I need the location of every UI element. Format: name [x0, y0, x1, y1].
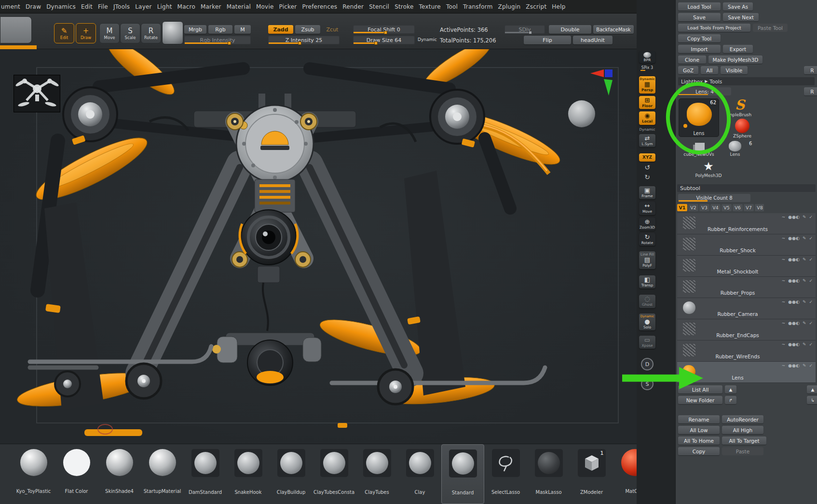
menu-item-texture[interactable]: Texture: [419, 3, 441, 10]
all-low-button[interactable]: All Low: [678, 426, 720, 434]
clipped-r-button[interactable]: R: [804, 66, 817, 74]
paint-icon[interactable]: ~: [782, 215, 786, 219]
goz-all-button[interactable]: All: [701, 66, 718, 74]
subtool-row-icons[interactable]: ~ ●●◐ ✎ ✓: [782, 321, 813, 326]
strip-xyz-button[interactable]: XYZ: [639, 153, 655, 162]
subtool-row-icons[interactable]: ~ ●●◐ ✎ ✓: [782, 236, 813, 241]
lightbox-tools-bar[interactable]: Lightbox ▶ Tools: [678, 77, 815, 85]
load-tools-from-project-button[interactable]: Load Tools From Project: [678, 24, 750, 32]
subtool-row[interactable]: ~ ●●◐ ✎ ✓ Metal_Shockbolt: [677, 256, 816, 277]
strip-move-button[interactable]: ↔ Move: [639, 202, 655, 215]
menu-item-layer[interactable]: Layer: [135, 3, 151, 10]
visibility-icon[interactable]: ✓: [809, 342, 813, 347]
headunit-button[interactable]: headUnit: [573, 36, 613, 44]
pen-icon[interactable]: ✎: [803, 236, 806, 241]
goz-button[interactable]: GoZ: [678, 66, 698, 74]
strip-frame-button[interactable]: ▣ Frame: [639, 186, 655, 199]
paint-icon[interactable]: ~: [782, 278, 786, 283]
sdiv-dots-icon[interactable]: ●●◐: [788, 215, 800, 219]
menu-item-preferences[interactable]: Preferences: [302, 3, 337, 10]
axis-y-arrow[interactable]: [604, 79, 613, 95]
sdiv-slider[interactable]: SDiv: [504, 25, 545, 34]
brush-damstandard[interactable]: DamStandard: [184, 444, 227, 504]
tool-counter-slider[interactable]: Lens: 4: [678, 87, 731, 95]
brush-claytubesconst[interactable]: ClayTubesConsta: [313, 444, 355, 504]
menu-item-tool[interactable]: Tool: [446, 3, 458, 10]
strip-ghost-button[interactable]: ◌ Ghost: [639, 295, 655, 308]
clipped-up-button[interactable]: ▲: [807, 385, 817, 394]
rotate-cw-icon[interactable]: ↻: [644, 174, 650, 181]
pen-icon[interactable]: ✎: [803, 321, 806, 326]
sdiv-dots-icon[interactable]: ●●◐: [788, 278, 800, 283]
rotate-button[interactable]: R Rotate: [141, 23, 161, 43]
paint-icon[interactable]: ~: [782, 236, 786, 241]
material-skinshade4[interactable]: SkinShade4: [98, 444, 141, 504]
material-flat-color[interactable]: Flat Color: [55, 444, 98, 504]
clipped-branch-button[interactable]: ↳: [807, 396, 817, 404]
brush-claybuildup[interactable]: ClayBuildup: [270, 444, 313, 504]
list-all-button[interactable]: List All: [678, 385, 722, 394]
copy-tool-button[interactable]: Copy Tool: [678, 34, 721, 42]
pen-icon[interactable]: ✎: [803, 342, 806, 347]
paint-icon[interactable]: ~: [782, 321, 786, 326]
viewport[interactable]: [0, 49, 637, 444]
brush-masklasso[interactable]: MaskLasso: [527, 444, 570, 504]
new-folder-button[interactable]: New Folder: [678, 396, 722, 404]
pen-icon[interactable]: ✎: [803, 300, 806, 304]
rename-button[interactable]: Rename: [678, 415, 720, 423]
pen-icon[interactable]: ✎: [803, 257, 806, 262]
tool-simplebrush[interactable]: S mpleBrush: [725, 98, 755, 117]
z-intensity-slider[interactable]: Z Intensity 25: [268, 36, 340, 44]
m-button[interactable]: M: [234, 25, 251, 34]
menu-item-help[interactable]: Help: [552, 3, 565, 10]
menu-item-zscript[interactable]: Zscript: [526, 3, 546, 10]
strip-rotate-button[interactable]: ↻ Rotate: [639, 233, 655, 246]
visibility-icon[interactable]: ✓: [809, 363, 813, 368]
menu-item-transform[interactable]: Transform: [463, 3, 493, 10]
menu-item-movie[interactable]: Movie: [256, 3, 274, 10]
menu-item-file[interactable]: File: [98, 3, 108, 10]
visibility-icon[interactable]: ✓: [809, 236, 813, 241]
menu-item-dynamics[interactable]: Dynamics: [46, 3, 76, 10]
tab-v2[interactable]: V2: [688, 204, 698, 211]
strip-bpr-button[interactable]: BPR: [639, 51, 655, 63]
brush-snakehook[interactable]: SnakeHook: [227, 444, 270, 504]
sdiv-dots-icon[interactable]: ●●◐: [788, 363, 800, 368]
visible-count-slider[interactable]: Visible Count 8: [678, 194, 750, 202]
make-polymesh3d-button[interactable]: Make PolyMesh3D: [708, 55, 763, 64]
menu-item-picker[interactable]: Picker: [279, 3, 297, 10]
menu-item-material[interactable]: Material: [227, 3, 251, 10]
visibility-icon[interactable]: ✓: [809, 300, 813, 304]
tool-zsphere[interactable]: ZSphere: [730, 119, 755, 138]
pen-icon[interactable]: ✎: [803, 278, 806, 283]
menu-item-marker[interactable]: Marker: [201, 3, 221, 10]
tab-v7[interactable]: V7: [744, 204, 754, 211]
save-as-button[interactable]: Save As: [723, 2, 753, 11]
tab-v8[interactable]: V8: [755, 204, 764, 211]
paste-tool-button[interactable]: Paste Tool: [753, 24, 788, 32]
autoreorder-button[interactable]: AutoReorder: [722, 415, 763, 423]
paste-button[interactable]: Paste: [722, 447, 763, 455]
menu-item-zplugin[interactable]: Zplugin: [498, 3, 521, 10]
move-branch-button[interactable]: ↱: [725, 396, 736, 404]
strip-xpose-button[interactable]: ▭ Xpose: [639, 336, 655, 349]
double-button[interactable]: Double: [549, 25, 591, 34]
brush-standard-selected[interactable]: Standard: [441, 444, 484, 504]
strip-solo-button[interactable]: Dynamic ● Solo: [639, 313, 655, 330]
mrgb-button[interactable]: Mrgb: [184, 25, 206, 34]
strip-d-button[interactable]: D: [641, 358, 654, 370]
subtool-row[interactable]: ~ ●●◐ ✎ ✓ Rubber_Shock: [677, 234, 816, 256]
zsub-button[interactable]: Zsub: [295, 25, 320, 34]
visibility-icon[interactable]: ✓: [809, 215, 813, 219]
paint-icon[interactable]: ~: [782, 363, 786, 368]
all-to-home-button[interactable]: All To Home: [678, 436, 720, 445]
material-startupmaterial[interactable]: StartupMaterial: [141, 444, 184, 504]
viewport-3d-canvas[interactable]: [0, 49, 637, 444]
strip-transp-button[interactable]: ◧ Transp: [639, 275, 655, 288]
brush-zmodeler[interactable]: 1 ZModeler: [570, 444, 613, 504]
rotate-ccw-icon[interactable]: ↺: [644, 164, 650, 171]
material-kyo-toyplastic[interactable]: Kyo_ToyPlastic: [12, 444, 55, 504]
draw-size-slider[interactable]: Draw Size 64: [353, 36, 415, 44]
edit-button[interactable]: ✎ Edit: [54, 23, 74, 43]
save-next-button[interactable]: Save Next: [723, 13, 759, 21]
